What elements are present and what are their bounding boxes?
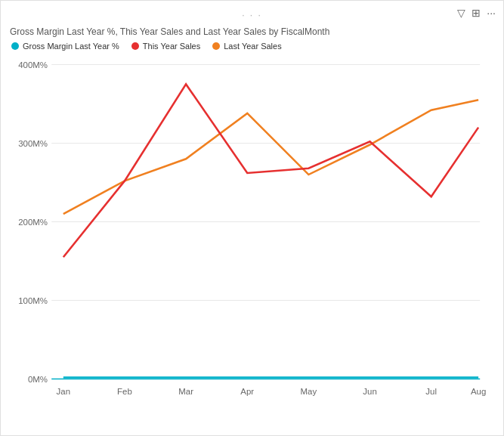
legend-item-last-year: Last Year Sales bbox=[212, 42, 281, 51]
x-label-mar: Mar bbox=[178, 387, 193, 396]
legend-dot-this-year bbox=[131, 42, 139, 50]
chart-container: · · · ▽ ⊞ ··· Gross Margin Last Year %, … bbox=[0, 0, 504, 436]
legend-item-gross-margin: Gross Margin Last Year % bbox=[11, 42, 119, 51]
legend: Gross Margin Last Year % This Year Sales… bbox=[8, 42, 496, 51]
filter-icon[interactable]: ▽ bbox=[457, 7, 465, 19]
layout-icon[interactable]: ⊞ bbox=[472, 7, 481, 19]
line-last-year-sales bbox=[63, 100, 478, 214]
x-label-aug: Aug bbox=[471, 387, 486, 396]
x-label-jul: Jul bbox=[425, 387, 437, 396]
drag-handle[interactable]: · · · bbox=[8, 8, 496, 23]
drag-dots-icon: · · · bbox=[242, 10, 262, 20]
y-label-200: 200M% bbox=[18, 218, 48, 227]
x-label-feb: Feb bbox=[117, 387, 132, 396]
x-label-jan: Jan bbox=[57, 387, 70, 396]
chart-svg: 400M% 300M% 200M% 100M% 0M% Jan Feb Mar … bbox=[8, 57, 496, 403]
x-label-jun: Jun bbox=[363, 387, 376, 396]
line-this-year-sales bbox=[63, 84, 478, 257]
toolbar: ▽ ⊞ ··· bbox=[457, 7, 496, 19]
legend-dot-last-year bbox=[212, 42, 220, 50]
legend-item-this-year: This Year Sales bbox=[131, 42, 200, 51]
chart-title: Gross Margin Last Year %, This Year Sale… bbox=[8, 26, 496, 37]
x-label-apr: Apr bbox=[240, 387, 254, 396]
y-label-400: 400M% bbox=[18, 60, 48, 70]
y-label-300: 300M% bbox=[18, 139, 48, 148]
y-label-0: 0M% bbox=[28, 375, 48, 384]
x-label-may: May bbox=[301, 387, 317, 396]
legend-dot-gross-margin bbox=[11, 42, 19, 50]
more-options-icon[interactable]: ··· bbox=[487, 7, 496, 19]
legend-label-last-year: Last Year Sales bbox=[224, 42, 281, 51]
legend-label-gross-margin: Gross Margin Last Year % bbox=[23, 42, 119, 51]
y-label-100: 100M% bbox=[18, 296, 48, 305]
legend-label-this-year: This Year Sales bbox=[143, 42, 200, 51]
